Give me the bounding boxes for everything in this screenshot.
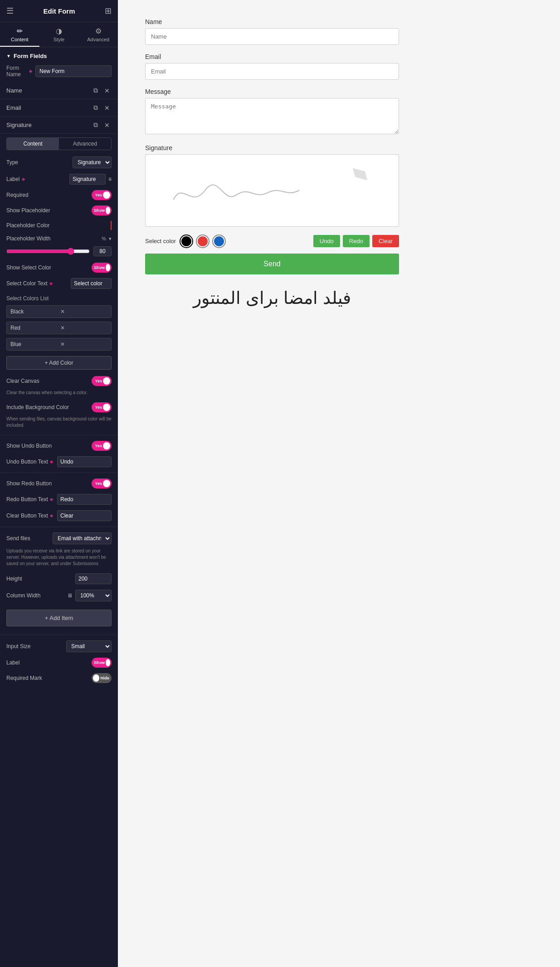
- name-field-input[interactable]: [145, 28, 399, 45]
- undo-text-input[interactable]: [57, 456, 112, 467]
- label-list-icon[interactable]: ≡: [108, 176, 112, 182]
- toggle-content[interactable]: Content: [7, 138, 59, 150]
- advanced-tab-label: Advanced: [87, 37, 109, 42]
- placeholder-width-slider-row: 80: [0, 244, 118, 260]
- arabic-text: فیلد امضا برای المنتور: [145, 288, 399, 308]
- grid-icon[interactable]: ⊞: [105, 6, 112, 16]
- field-item-email: Email ⧉ ✕: [0, 99, 118, 117]
- label-show-knob: [106, 659, 110, 666]
- field-name-remove[interactable]: ✕: [102, 86, 112, 95]
- undo-button[interactable]: Undo: [313, 235, 340, 247]
- color-item-red-remove[interactable]: ✕: [60, 325, 107, 331]
- show-undo-toggle[interactable]: Yes: [92, 441, 112, 451]
- message-field-textarea[interactable]: [145, 98, 399, 134]
- required-label: Required: [6, 192, 89, 198]
- email-field-group: Email: [145, 53, 399, 80]
- undo-text-row: Undo Button Text ❖: [0, 454, 118, 470]
- type-label: Type: [6, 159, 70, 166]
- clear-canvas-toggle[interactable]: Yes: [92, 376, 112, 386]
- input-size-select[interactable]: Small: [66, 640, 112, 652]
- content-tab-label: Content: [11, 37, 29, 42]
- clear-button[interactable]: Clear: [372, 235, 399, 247]
- include-bg-color-toggle[interactable]: Yes: [92, 402, 112, 412]
- tab-row: ✏ Content ◑ Style ⚙ Advanced: [0, 22, 118, 47]
- select-color-text-label: Select Color Text ❖: [6, 280, 68, 287]
- input-size-label: Input Size: [6, 643, 63, 650]
- show-select-color-toggle[interactable]: Show: [92, 263, 112, 273]
- send-files-select[interactable]: Email with attachn: [53, 532, 112, 544]
- show-placeholder-label: Show Placeholder: [6, 207, 89, 214]
- divider-1: [0, 435, 118, 435]
- color-circle-blue[interactable]: [213, 235, 225, 247]
- clear-canvas-row: Clear Canvas Yes: [0, 373, 118, 389]
- include-bg-color-knob: [103, 404, 110, 411]
- color-item-blue-remove[interactable]: ✕: [60, 341, 107, 347]
- placeholder-color-row: Placeholder Color: [0, 218, 118, 233]
- send-files-label: Send files: [6, 535, 50, 542]
- add-color-button[interactable]: + Add Color: [6, 356, 112, 370]
- label-input[interactable]: [69, 174, 106, 185]
- select-color-label: Select color: [145, 238, 176, 244]
- placeholder-color-label: Placeholder Color: [6, 222, 108, 229]
- tab-advanced[interactable]: ⚙ Advanced: [78, 22, 118, 47]
- color-circle-red[interactable]: [197, 235, 209, 247]
- required-mark-toggle[interactable]: Hide: [92, 673, 112, 683]
- include-bg-color-label: Include Background Color: [6, 404, 89, 410]
- field-email-label: Email: [6, 104, 89, 111]
- form-name-input[interactable]: [35, 65, 112, 77]
- send-button[interactable]: Send: [145, 254, 399, 274]
- field-signature-remove[interactable]: ✕: [102, 121, 112, 130]
- placeholder-color-swatch[interactable]: [111, 221, 112, 230]
- height-input[interactable]: [75, 573, 112, 584]
- field-item-name: Name ⧉ ✕: [0, 82, 118, 99]
- color-item-black-remove[interactable]: ✕: [60, 308, 107, 315]
- required-toggle-text: Yes: [94, 193, 103, 197]
- undo-text-label: Undo Button Text ❖: [6, 459, 54, 465]
- email-field-input[interactable]: [145, 63, 399, 80]
- color-circle-black[interactable]: [180, 235, 192, 247]
- divider-4: [0, 635, 118, 635]
- style-tab-icon: ◑: [56, 27, 62, 35]
- column-width-select[interactable]: 100%: [75, 590, 112, 601]
- label-show-toggle[interactable]: Show: [92, 658, 112, 668]
- topbar: ☰ Edit Form ⊞: [0, 0, 118, 22]
- show-placeholder-knob: [106, 207, 110, 214]
- placeholder-width-unit: %: [102, 236, 106, 241]
- placeholder-width-dropdown[interactable]: ▾: [109, 236, 112, 242]
- label-translate-icon: ❖: [21, 177, 25, 182]
- show-select-color-label: Show Select Color: [6, 264, 89, 271]
- sc-buttons: Undo Redo Clear: [313, 235, 399, 247]
- divider-3: [0, 527, 118, 527]
- required-toggle[interactable]: Yes: [92, 190, 112, 200]
- show-placeholder-toggle[interactable]: Show: [92, 205, 112, 215]
- field-email-remove[interactable]: ✕: [102, 103, 112, 112]
- redo-text-row: Redo Button Text ❖: [0, 491, 118, 508]
- add-item-button[interactable]: + Add Item: [6, 610, 112, 626]
- signature-field-label: Signature: [145, 144, 399, 151]
- show-redo-toggle[interactable]: Yes: [92, 479, 112, 488]
- redo-button[interactable]: Redo: [343, 235, 370, 247]
- tab-style[interactable]: ◑ Style: [39, 22, 79, 47]
- field-item-signature: Signature ⧉ ✕: [0, 117, 118, 134]
- show-select-color-knob: [106, 264, 110, 271]
- label-show-text: Show: [93, 660, 106, 665]
- redo-translate-icon: ❖: [49, 497, 54, 502]
- select-color-text-input[interactable]: [71, 278, 112, 289]
- type-select[interactable]: Signature: [73, 156, 112, 168]
- field-email-copy[interactable]: ⧉: [92, 103, 100, 112]
- field-name-copy[interactable]: ⧉: [92, 86, 100, 95]
- redo-text-input[interactable]: [57, 494, 112, 505]
- column-width-row: Column Width 🖥 100%: [0, 587, 118, 604]
- select-colors-list-label: Select Colors List: [0, 292, 118, 303]
- menu-icon[interactable]: ☰: [6, 6, 14, 16]
- show-placeholder-text: Show: [93, 208, 106, 213]
- placeholder-width-slider[interactable]: [6, 248, 90, 255]
- tab-content[interactable]: ✏ Content: [0, 22, 39, 47]
- field-signature-copy[interactable]: ⧉: [92, 120, 100, 130]
- toggle-advanced[interactable]: Advanced: [59, 138, 111, 150]
- clear-text-input[interactable]: [57, 510, 112, 521]
- signature-canvas[interactable]: [145, 154, 399, 227]
- signature-field-group: Signature: [145, 144, 399, 227]
- column-width-label: Column Width: [6, 592, 64, 599]
- required-mark-row: Required Mark Hide: [0, 670, 118, 686]
